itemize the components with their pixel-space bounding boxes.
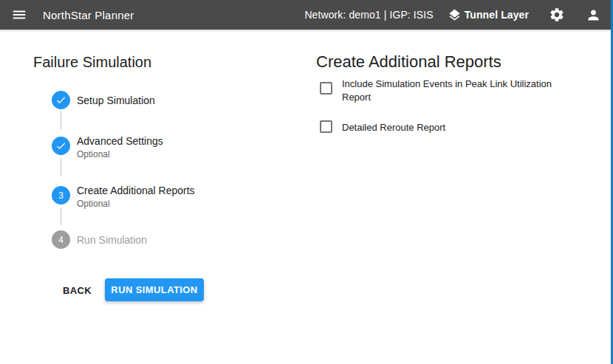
step-label: Run Simulation (77, 234, 147, 246)
app-title: NorthStar Planner (43, 9, 134, 21)
step-4-indicator: 4 (52, 230, 70, 249)
hamburger-menu-icon (11, 7, 27, 23)
checkbox-label: Detailed Reroute Report (342, 121, 564, 134)
step-4-text: Run Simulation (77, 234, 147, 246)
step-advanced-settings[interactable]: Advanced Settings Optional (52, 137, 163, 159)
checkbox-label: Include Simulation Events in Peak Link U… (342, 78, 552, 103)
step-connector (61, 158, 61, 176)
step-label: Setup Simulation (77, 95, 155, 106)
check-icon (55, 140, 66, 151)
tunnel-layer-label: Tunnel Layer (465, 9, 529, 21)
run-simulation-button[interactable]: RUN SIMULATION (105, 278, 204, 301)
step-sublabel: Optional (77, 149, 163, 159)
panel-title: Create Additional Reports (316, 52, 501, 72)
step-run-simulation: 4 Run Simulation (52, 230, 147, 249)
step-sublabel: Optional (77, 199, 195, 209)
page-title: Failure Simulation (33, 54, 151, 71)
step-3-indicator: 3 (52, 186, 70, 205)
step-number: 4 (58, 235, 64, 245)
step-create-additional-reports[interactable]: 3 Create Additional Reports Optional (52, 186, 195, 209)
app-bar: NorthStar Planner Network: demo1 | IGP: … (0, 0, 613, 30)
tunnel-layer-selector[interactable]: Tunnel Layer (448, 8, 529, 22)
check-icon (55, 95, 66, 106)
checkbox-detailed-reroute-report[interactable] (320, 120, 332, 133)
step-1-indicator (52, 91, 70, 109)
step-label: Advanced Settings (77, 135, 163, 147)
step-setup-simulation[interactable]: Setup Simulation (52, 91, 155, 109)
user-account-button[interactable] (586, 7, 601, 23)
back-button[interactable]: BACK (63, 284, 92, 298)
step-2-indicator (52, 137, 70, 155)
step-connector (61, 111, 61, 129)
step-2-text: Advanced Settings Optional (77, 135, 163, 159)
checkbox-include-simulation-events[interactable] (320, 82, 332, 95)
step-1-text: Setup Simulation (77, 95, 155, 106)
user-icon (586, 7, 601, 23)
menu-button[interactable] (11, 7, 27, 23)
layers-icon (448, 8, 462, 22)
step-connector (61, 207, 61, 225)
step-3-text: Create Additional Reports Optional (77, 185, 195, 209)
settings-button[interactable] (549, 7, 565, 23)
network-status: Network: demo1 | IGP: ISIS (304, 9, 433, 21)
gear-icon (549, 7, 565, 23)
step-number: 3 (58, 190, 64, 201)
step-label: Create Additional Reports (77, 185, 195, 196)
